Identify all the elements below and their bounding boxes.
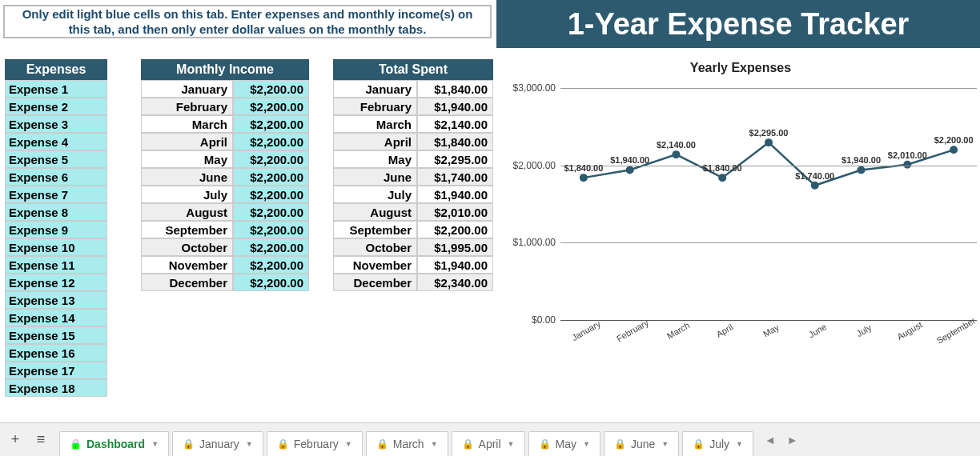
svg-point-8: [950, 146, 958, 154]
svg-point-3: [718, 174, 726, 182]
spent-value-cell: $2,200.00: [417, 221, 493, 238]
income-month-label: January: [141, 80, 233, 98]
sheet-tab-dashboard[interactable]: 🔒Dashboard▼: [59, 431, 169, 456]
income-month-label: May: [141, 150, 233, 168]
expense-cell[interactable]: Expense 4: [5, 133, 107, 150]
income-month-label: March: [141, 115, 233, 133]
sheet-tab-bar: + ≡ 🔒Dashboard▼🔒January▼🔒February▼🔒March…: [0, 422, 980, 456]
income-month-label: October: [141, 238, 233, 256]
chart-data-label: $1,840.00: [564, 163, 603, 173]
x-tick-label: May: [761, 322, 781, 339]
expense-cell[interactable]: Expense 13: [5, 291, 107, 309]
expense-cell[interactable]: Expense 9: [5, 221, 107, 238]
expenses-column: Expenses Expense 1Expense 2Expense 3Expe…: [5, 59, 107, 397]
tab-nav-right[interactable]: ►: [787, 434, 798, 446]
expense-cell[interactable]: Expense 5: [5, 150, 107, 168]
lock-icon: 🔒: [183, 438, 195, 450]
chevron-down-icon: ▼: [661, 440, 669, 448]
expense-cell[interactable]: Expense 16: [5, 344, 107, 362]
expense-cell[interactable]: Expense 14: [5, 309, 107, 326]
lock-icon: 🔒: [70, 438, 82, 450]
chart-title: Yearly Expenses: [504, 56, 977, 82]
add-sheet-button[interactable]: +: [3, 428, 27, 452]
chevron-down-icon: ▼: [151, 440, 159, 448]
income-month-label: August: [141, 203, 233, 221]
spent-header: Total Spent: [333, 59, 493, 80]
income-month-label: December: [141, 274, 233, 291]
spent-value-cell: $2,295.00: [417, 150, 493, 168]
spent-month-label: December: [333, 274, 417, 291]
expense-cell[interactable]: Expense 17: [5, 362, 107, 379]
y-tick-label: $2,000.00: [513, 160, 556, 171]
tab-nav-left[interactable]: ◄: [765, 434, 776, 446]
y-tick-label: $0.00: [532, 314, 556, 326]
chevron-down-icon: ▼: [736, 440, 743, 448]
x-tick-label: March: [665, 320, 691, 341]
sheet-tab-january[interactable]: 🔒January▼: [172, 431, 263, 456]
expense-cell[interactable]: Expense 1: [5, 80, 107, 98]
expense-cell[interactable]: Expense 11: [5, 256, 107, 274]
income-month-label: November: [141, 256, 233, 274]
svg-point-0: [580, 174, 588, 182]
spent-value-cell: $1,940.00: [417, 186, 493, 203]
sheet-tab-march[interactable]: 🔒March▼: [366, 431, 448, 456]
chart-data-label: $2,295.00: [749, 128, 789, 138]
expense-cell[interactable]: Expense 3: [5, 115, 107, 133]
income-value-cell[interactable]: $2,200.00: [233, 133, 309, 150]
sheet-tab-july[interactable]: 🔒July▼: [682, 431, 753, 456]
sheet-tab-label: January: [199, 438, 239, 450]
lock-icon: 🔒: [462, 438, 474, 450]
sheet-tab-label: July: [709, 438, 729, 450]
income-value-cell[interactable]: $2,200.00: [233, 274, 309, 291]
expense-cell[interactable]: Expense 12: [5, 274, 107, 291]
income-value-cell[interactable]: $2,200.00: [233, 115, 309, 133]
income-value-cell[interactable]: $2,200.00: [233, 186, 309, 203]
income-month-label: April: [141, 133, 233, 150]
income-value-cell[interactable]: $2,200.00: [233, 80, 309, 98]
chart-data-label: $1,940.00: [841, 155, 881, 165]
expense-cell[interactable]: Expense 2: [5, 98, 107, 115]
income-value-cell[interactable]: $2,200.00: [233, 256, 309, 274]
x-tick-label: February: [615, 318, 650, 343]
sheet-tab-may[interactable]: 🔒May▼: [528, 431, 600, 456]
lock-icon: 🔒: [693, 438, 705, 450]
y-tick-label: $3,000.00: [513, 82, 556, 94]
chart-data-label: $1,740.00: [795, 171, 834, 181]
svg-point-4: [765, 138, 773, 146]
spent-month-label: November: [333, 256, 417, 274]
income-value-cell[interactable]: $2,200.00: [233, 238, 309, 256]
sheet-tab-february[interactable]: 🔒February▼: [267, 431, 363, 456]
sheet-tab-june[interactable]: 🔒June▼: [604, 431, 679, 456]
expense-cell[interactable]: Expense 7: [5, 186, 107, 203]
spent-month-label: April: [333, 133, 417, 150]
income-header: Monthly Income: [141, 59, 309, 80]
x-tick-label: January: [570, 318, 602, 342]
income-month-label: July: [141, 186, 233, 203]
income-value-cell[interactable]: $2,200.00: [233, 98, 309, 115]
all-sheets-button[interactable]: ≡: [29, 428, 53, 452]
chevron-down-icon: ▼: [431, 440, 438, 448]
x-tick-label: August: [895, 319, 924, 342]
page-title: 1-Year Expense Tracker: [496, 0, 980, 48]
svg-point-6: [858, 166, 866, 174]
expense-cell[interactable]: Expense 18: [5, 379, 107, 397]
sheet-tab-label: June: [631, 438, 655, 450]
sheet-tab-label: April: [479, 438, 501, 450]
sheet-tab-label: March: [393, 438, 424, 450]
x-tick-label: July: [854, 322, 873, 338]
expense-cell[interactable]: Expense 8: [5, 203, 107, 221]
chevron-down-icon: ▼: [246, 440, 253, 448]
x-tick-label: April: [715, 322, 735, 338]
income-value-cell[interactable]: $2,200.00: [233, 150, 309, 168]
chevron-down-icon: ▼: [583, 440, 590, 448]
income-value-cell[interactable]: $2,200.00: [233, 221, 309, 238]
expense-cell[interactable]: Expense 15: [5, 326, 107, 344]
sheet-tab-april[interactable]: 🔒April▼: [452, 431, 525, 456]
income-value-cell[interactable]: $2,200.00: [233, 203, 309, 221]
spent-month-label: October: [333, 238, 417, 256]
spent-month-label: March: [333, 115, 417, 133]
income-value-cell[interactable]: $2,200.00: [233, 168, 309, 186]
expense-cell[interactable]: Expense 10: [5, 238, 107, 256]
expense-cell[interactable]: Expense 6: [5, 168, 107, 186]
yearly-expenses-chart: Yearly Expenses $0.00$1,000.00$2,000.00$…: [504, 56, 977, 360]
